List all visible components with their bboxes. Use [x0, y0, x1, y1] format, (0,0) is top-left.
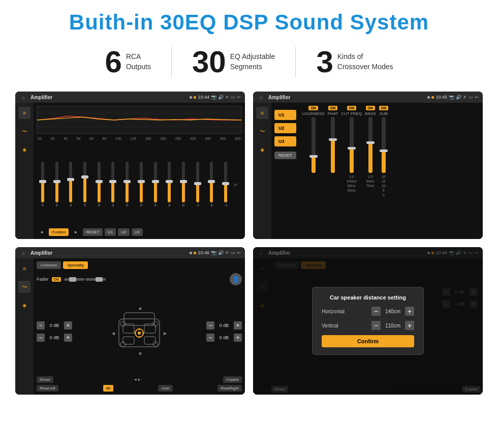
- minus-btn-1[interactable]: −: [37, 321, 45, 330]
- freq-125: 125: [130, 137, 136, 140]
- home-icon-2[interactable]: ⌂: [257, 93, 265, 101]
- slider-7: 0: [121, 162, 133, 207]
- vol-row-4: − 0 dB +: [206, 334, 242, 342]
- vertical-minus-btn[interactable]: −: [371, 321, 381, 330]
- page-container: Buith-in 30EQ DSP Sound System 6 RCA Out…: [0, 0, 498, 405]
- vertical-plus-btn[interactable]: +: [405, 321, 414, 330]
- vertical-value: 110cm: [383, 323, 403, 328]
- speaker-icon-2[interactable]: ◈: [256, 143, 268, 156]
- main-title: Buith-in 30EQ DSP Sound System: [15, 10, 483, 35]
- loudness-label: LOUDNESS: [302, 111, 325, 116]
- back-icon-2[interactable]: ↩: [475, 95, 479, 100]
- modal-dialog: Car speaker distance setting Horizontal …: [312, 287, 424, 355]
- speaker-icon[interactable]: ◈: [18, 143, 30, 156]
- plus-btn-1[interactable]: +: [64, 321, 72, 330]
- all-label[interactable]: All: [103, 385, 114, 392]
- freq-200: 200: [160, 137, 166, 140]
- eq-u2-btn[interactable]: U2: [118, 228, 129, 236]
- user-label[interactable]: User: [158, 385, 173, 392]
- rearleft-label[interactable]: RearLeft: [37, 385, 58, 392]
- fader-on-label[interactable]: ON: [52, 277, 61, 282]
- minus-btn-3[interactable]: −: [206, 321, 214, 330]
- copilot-label[interactable]: Copilot: [223, 376, 242, 383]
- wave-icon[interactable]: 〜: [18, 125, 30, 137]
- sub-slider[interactable]: [382, 117, 386, 173]
- vol-value-3: 0 dB: [216, 323, 232, 328]
- horizontal-plus-btn[interactable]: +: [405, 307, 414, 316]
- u3-btn[interactable]: U3: [274, 136, 296, 146]
- svg-text:◄: ◄: [111, 331, 116, 336]
- vol-row-1: − 0 dB +: [37, 321, 72, 330]
- bass-on[interactable]: ON: [366, 106, 376, 110]
- plus-btn-4[interactable]: +: [234, 334, 242, 342]
- volume-icon-2: 🔊: [456, 95, 461, 100]
- stats-row: 6 RCA Outputs 30 EQ Adjustable Segments …: [15, 47, 483, 77]
- stat-label-rca: RCA Outputs: [126, 52, 151, 72]
- eq-icon[interactable]: ≡: [18, 107, 30, 119]
- u-buttons-list: U1 U2 U3 RESET: [274, 106, 296, 236]
- phat-on[interactable]: ON: [328, 106, 338, 110]
- status-icons-fader: 10:46 📷 🔊 ✕ ▭ ↩: [190, 250, 241, 255]
- tab-specialty[interactable]: Specialty: [63, 261, 87, 269]
- freq-40: 40: [64, 137, 68, 140]
- eq-u1-btn[interactable]: U1: [105, 228, 116, 236]
- slider-track-1[interactable]: [41, 162, 44, 202]
- minus-btn-2[interactable]: −: [37, 334, 45, 342]
- vol-row-3: − 0 dB +: [206, 321, 242, 330]
- eq-icon-2[interactable]: ≡: [256, 107, 268, 119]
- wave-icon-3[interactable]: 〜: [18, 281, 30, 293]
- eq-custom-btn[interactable]: Custom: [49, 228, 69, 236]
- eq-u3-btn[interactable]: U3: [132, 228, 143, 236]
- home-icon[interactable]: ⌂: [19, 93, 27, 101]
- confirm-button[interactable]: Confirm: [322, 335, 414, 347]
- eq-next-btn[interactable]: ►: [71, 228, 81, 236]
- freq-400: 400: [205, 137, 211, 140]
- home-icon-3[interactable]: ⌂: [19, 249, 27, 257]
- fader-h-sliders: [64, 278, 106, 281]
- eq-reset-btn[interactable]: RESET: [83, 228, 103, 236]
- minus-btn-4[interactable]: −: [206, 334, 214, 342]
- fader-h-track-2[interactable]: [85, 278, 106, 281]
- sub-on[interactable]: ON: [379, 106, 389, 110]
- eq-prev-btn[interactable]: ◄: [37, 228, 47, 236]
- plus-btn-2[interactable]: +: [64, 334, 72, 342]
- cutfreq-slider[interactable]: [350, 117, 354, 173]
- loudness-on[interactable]: ON: [308, 106, 318, 110]
- crossover-reset-btn[interactable]: RESET: [274, 152, 296, 159]
- rearright-label[interactable]: RearRight: [217, 385, 242, 392]
- vol-row-2: − 0 dB +: [37, 334, 72, 342]
- camera-icon: 📷: [211, 95, 216, 100]
- svg-rect-7: [123, 337, 134, 344]
- driver-label[interactable]: Driver: [37, 376, 53, 383]
- stat-crossover: 3 Kinds of Crossover Modes: [296, 47, 413, 77]
- slider-14: -1: [220, 162, 232, 207]
- bass-slider[interactable]: [368, 117, 372, 173]
- tab-common[interactable]: Common: [37, 261, 61, 269]
- expand-arrow[interactable]: »: [234, 181, 242, 188]
- status-dot-yellow-2: [431, 96, 434, 99]
- cutfreq-on[interactable]: ON: [347, 106, 357, 110]
- plus-btn-3[interactable]: +: [234, 321, 242, 330]
- slider-8: 0: [135, 162, 147, 207]
- profile-icon[interactable]: 👤: [230, 273, 242, 285]
- eq-icon-3[interactable]: ≡: [18, 262, 30, 275]
- speaker-icon-3[interactable]: ◈: [18, 299, 30, 311]
- u1-btn[interactable]: U1: [274, 110, 296, 120]
- status-icons-eq: 10:44 📷 🔊 ✕ ▭ ↩: [190, 95, 241, 100]
- fader-tabs: Common Specialty: [37, 261, 242, 269]
- fader-h-track-1[interactable]: [64, 278, 84, 281]
- wave-icon-2[interactable]: 〜: [256, 125, 268, 137]
- fader-label-row: Fader ON 👤: [37, 273, 242, 285]
- freq-100: 100: [115, 137, 121, 140]
- phat-slider[interactable]: [331, 117, 335, 173]
- freq-160: 160: [145, 137, 151, 140]
- eq-graph: [37, 106, 242, 134]
- back-icon[interactable]: ↩: [237, 95, 241, 100]
- horizontal-minus-btn[interactable]: −: [371, 307, 381, 316]
- modal-bottom-labels: Driver Copilot: [271, 386, 481, 393]
- camera-icon-3: 📷: [211, 250, 216, 255]
- u2-btn[interactable]: U2: [274, 123, 296, 133]
- cutfreq-label: CUT FREQ: [341, 111, 362, 116]
- back-icon-3[interactable]: ↩: [237, 250, 241, 255]
- loudness-slider[interactable]: [312, 117, 316, 173]
